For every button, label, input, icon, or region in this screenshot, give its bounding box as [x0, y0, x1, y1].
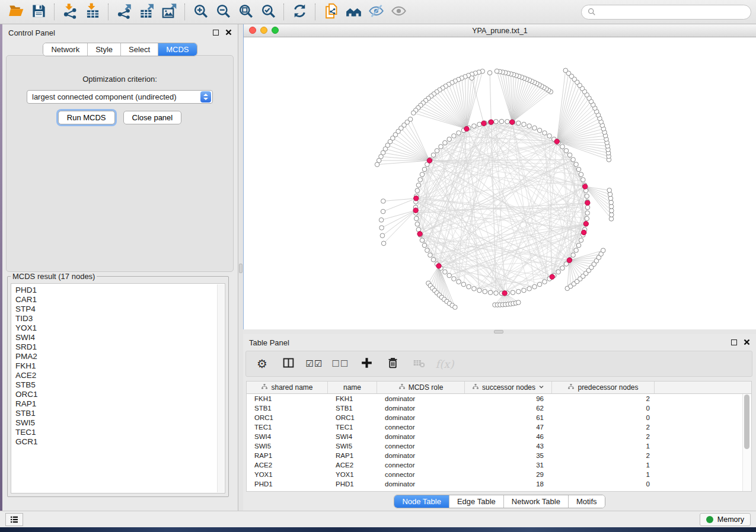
network-view-titlebar[interactable]: YPA_prune.txt_1 [244, 24, 756, 37]
table-row[interactable]: YOX1YOX1connector291 [247, 470, 751, 479]
scrollbar-thumb[interactable] [744, 395, 749, 449]
cell-successor-nodes: 18 [465, 480, 552, 488]
column-header-MCDS-role[interactable]: MCDS role [377, 382, 465, 393]
first-neighbors-button[interactable] [342, 2, 365, 22]
mcds-result-item[interactable]: PHD1 [15, 286, 225, 295]
mcds-result-item[interactable]: RAP1 [15, 399, 225, 409]
mcds-result-item[interactable]: TEC1 [15, 428, 225, 437]
tab-node-table[interactable]: Node Table [394, 495, 449, 508]
close-panel-button[interactable]: Close panel [123, 111, 182, 124]
mcds-result-item[interactable]: STB5 [15, 380, 225, 390]
mcds-result-item[interactable]: FKH1 [15, 361, 225, 371]
criterion-dropdown-value: largest connected component (undirected) [32, 92, 177, 101]
tab-motifs[interactable]: Motifs [569, 495, 605, 508]
mcds-result-item[interactable]: TID3 [15, 314, 225, 323]
table-row[interactable]: FKH1FKH1dominator962 [247, 394, 751, 403]
table-row[interactable]: ACE2ACE2connector311 [247, 460, 751, 470]
mcds-result-item[interactable]: GCR1 [15, 437, 225, 447]
table-row[interactable]: PHD1PHD1dominator180 [247, 479, 751, 489]
minimize-window-icon[interactable] [260, 27, 267, 34]
delete-table-icon [413, 357, 425, 371]
hide-selected-button[interactable] [365, 2, 387, 22]
tab-mcds[interactable]: MCDS [158, 43, 196, 56]
mcds-result-item[interactable]: SRD1 [15, 342, 225, 352]
cell-MCDS-role: connector [377, 443, 465, 450]
open-file-button[interactable] [5, 2, 27, 22]
close-window-icon[interactable] [249, 27, 256, 34]
column-header-shared-name[interactable]: shared name [247, 382, 328, 393]
tab-network[interactable]: Network [43, 43, 88, 56]
mcds-result-item[interactable]: PMA2 [15, 352, 225, 361]
vertical-splitter[interactable] [238, 24, 243, 511]
split-panel-button[interactable] [279, 355, 297, 373]
cell-successor-nodes: 29 [465, 471, 552, 478]
cell-MCDS-role: connector [377, 471, 465, 478]
search-input[interactable] [599, 7, 745, 17]
cell-successor-nodes: 47 [465, 424, 552, 431]
tab-select[interactable]: Select [121, 43, 158, 56]
mcds-result-item[interactable]: YOX1 [15, 323, 225, 333]
float-panel-icon[interactable] [213, 30, 219, 36]
duplicate-network-icon [323, 3, 339, 21]
table-row[interactable]: SWI5SWI5connector431 [247, 441, 751, 451]
maximize-window-icon[interactable] [272, 27, 279, 34]
mcds-result-item[interactable]: SWI5 [15, 418, 225, 428]
cell-successor-nodes: 61 [465, 414, 552, 421]
mcds-list-scrollbar[interactable] [217, 284, 224, 492]
column-header-successor-nodes[interactable]: successor nodes [465, 382, 552, 393]
table-row[interactable]: ORC1ORC1dominator610 [247, 413, 751, 422]
column-settings-button[interactable]: ⚙ [253, 355, 271, 373]
table-row[interactable]: STB1STB1dominator620 [247, 403, 751, 413]
delete-column-button[interactable] [384, 355, 401, 373]
horizontal-splitter[interactable] [243, 329, 756, 334]
zoom-out-button[interactable] [212, 2, 234, 22]
table-row[interactable]: SWI4SWI4dominator462 [247, 432, 751, 441]
close-panel-icon[interactable] [744, 339, 750, 345]
export-network-button[interactable] [113, 2, 135, 22]
splitter-grip[interactable] [239, 264, 243, 273]
mcds-result-listbox[interactable]: PHD1CAR1STP4TID3YOX1SWI4SRD1PMA2FKH1ACE2… [11, 283, 225, 493]
float-panel-icon[interactable] [731, 339, 737, 345]
toolbar-separator [283, 4, 284, 20]
task-history-button[interactable] [5, 513, 23, 526]
save-session-button[interactable] [27, 2, 50, 22]
zoom-selected-button[interactable] [257, 2, 279, 22]
show-all-button[interactable] [387, 2, 410, 22]
tab-network-table[interactable]: Network Table [504, 495, 569, 508]
zoom-fit-button[interactable] [234, 2, 257, 22]
import-network-button[interactable] [59, 2, 81, 22]
cell-predecessor-nodes: 2 [552, 424, 655, 431]
mcds-result-item[interactable]: STB1 [15, 409, 225, 418]
search-box[interactable] [581, 5, 751, 20]
network-graph[interactable] [244, 37, 755, 329]
table-row[interactable]: RAP1RAP1dominator352 [247, 451, 751, 460]
export-table-button[interactable] [135, 2, 158, 22]
mcds-result-item[interactable]: STP4 [15, 305, 225, 314]
mcds-result-item[interactable]: ORC1 [15, 390, 225, 399]
select-all-rows-button[interactable]: ☑☑ [305, 355, 323, 373]
export-image-button[interactable] [158, 2, 180, 22]
table-row[interactable]: TEC1TEC1connector472 [247, 422, 751, 432]
duplicate-network-button[interactable] [320, 2, 342, 22]
mcds-result-item[interactable]: SWI4 [15, 333, 225, 342]
mcds-result-item[interactable]: CAR1 [15, 295, 225, 305]
memory-button[interactable]: Memory [700, 513, 751, 526]
import-table-button[interactable] [81, 2, 104, 22]
splitter-grip[interactable] [494, 330, 503, 334]
refresh-layout-button[interactable] [288, 2, 311, 22]
add-column-button[interactable] [358, 355, 375, 373]
criterion-dropdown[interactable]: largest connected component (undirected) [27, 90, 213, 104]
cell-successor-nodes: 62 [465, 405, 552, 412]
run-mcds-button[interactable]: Run MCDS [58, 111, 115, 124]
column-header-name[interactable]: name [328, 382, 377, 393]
mcds-result-item[interactable]: ACE2 [15, 371, 225, 380]
column-header-predecessor-nodes[interactable]: predecessor nodes [552, 382, 655, 393]
control-panel-title: Control Panel [8, 28, 55, 37]
zoom-in-button[interactable] [189, 2, 212, 22]
table-scrollbar[interactable] [742, 394, 751, 491]
tab-style[interactable]: Style [88, 43, 121, 56]
toolbar-separator [108, 4, 109, 20]
close-panel-icon[interactable] [225, 29, 232, 36]
deselect-all-rows-button[interactable]: ☐☐ [331, 355, 349, 373]
tab-edge-table[interactable]: Edge Table [449, 495, 504, 508]
